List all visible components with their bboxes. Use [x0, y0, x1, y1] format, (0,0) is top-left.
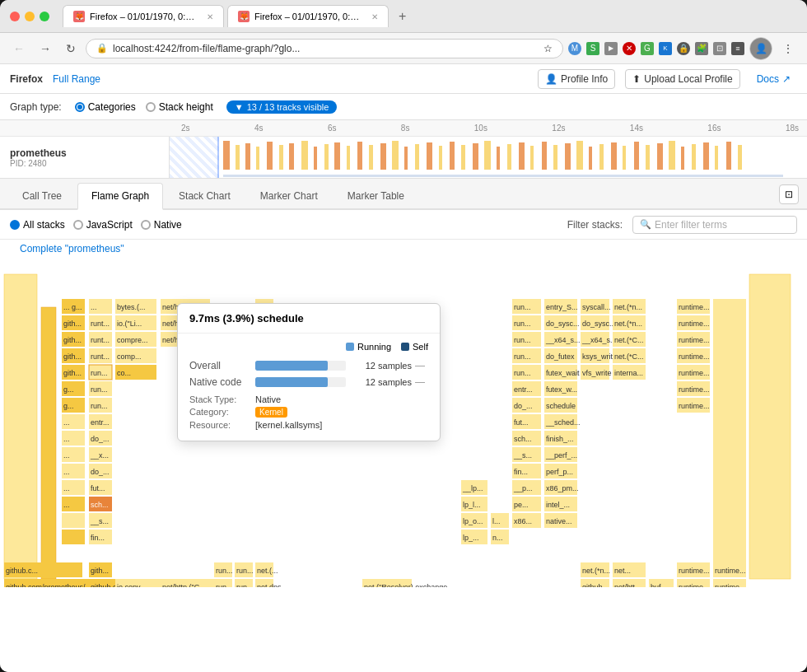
- app-toolbar: Firefox Full Range 👤 Profile Info ⬆ Uplo…: [0, 64, 807, 94]
- svg-rect-5: [279, 145, 283, 170]
- svg-rect-40: [681, 147, 684, 170]
- minimize-button[interactable]: [25, 12, 35, 21]
- browser-tab-1[interactable]: 🦊 Firefox – 01/01/1970, 0:17:03 U ✕: [63, 5, 224, 27]
- nav-icon-3[interactable]: ▶: [604, 42, 618, 55]
- nav-icon-6[interactable]: K: [659, 42, 672, 55]
- svg-rect-36: [634, 142, 639, 170]
- full-range-link[interactable]: Full Range: [53, 73, 100, 85]
- nav-icon-10[interactable]: ≡: [731, 42, 744, 55]
- svg-text:io.("Li...: io.("Li...: [117, 320, 142, 328]
- panel-sidebar-toggle[interactable]: ⊡: [779, 184, 799, 204]
- nav-icon-1[interactable]: M: [568, 42, 581, 55]
- svg-text:fut...: fut...: [514, 418, 529, 427]
- upload-profile-button[interactable]: ⬆ Upload Local Profile: [625, 69, 739, 89]
- legend-self: Self: [401, 342, 428, 352]
- tab-call-tree[interactable]: Call Tree: [8, 183, 76, 208]
- legend-running-dot: [346, 343, 354, 351]
- svg-text:net...: net...: [614, 567, 631, 575]
- tooltip-category-value: Kernel: [255, 407, 428, 418]
- nav-icon-4[interactable]: ✕: [623, 42, 636, 55]
- svg-text:run...: run...: [514, 369, 531, 377]
- svg-rect-12: [357, 142, 362, 170]
- svg-text:runtime...: runtime...: [679, 352, 710, 361]
- svg-rect-48: [41, 307, 56, 579]
- nav-icon-9[interactable]: ⊡: [713, 42, 726, 55]
- radio-native[interactable]: Native: [141, 219, 182, 231]
- svg-text:net.(*C...: net.(*C...: [614, 352, 644, 361]
- menu-button[interactable]: ⋮: [777, 39, 799, 58]
- svg-rect-47: [4, 274, 37, 579]
- svg-rect-18: [427, 142, 432, 170]
- svg-rect-44: [726, 142, 731, 170]
- svg-text:io.copy...: io.copy...: [117, 583, 146, 587]
- svg-rect-34: [611, 142, 617, 170]
- svg-text:__x...: __x...: [90, 451, 109, 460]
- svg-rect-33: [599, 144, 604, 170]
- filter-placeholder: Enter filter terms: [655, 219, 727, 231]
- tab-close-1[interactable]: ✕: [207, 12, 213, 21]
- svg-text:__x64_s...: __x64_s...: [545, 336, 581, 344]
- radio-stack-height[interactable]: Stack height: [146, 101, 213, 113]
- kernel-badge: Kernel: [255, 407, 287, 418]
- svg-rect-23: [484, 141, 491, 170]
- svg-rect-13: [369, 145, 373, 170]
- reload-button[interactable]: ↻: [61, 39, 81, 58]
- svg-rect-17: [415, 144, 419, 170]
- svg-text:run...: run...: [216, 583, 233, 587]
- radio-javascript[interactable]: JavaScript: [73, 219, 133, 231]
- close-button[interactable]: [10, 12, 20, 21]
- nav-icon-7[interactable]: 🔒: [677, 42, 690, 55]
- svg-text:run...: run...: [514, 336, 531, 344]
- tracks-badge[interactable]: ▼ 13 / 13 tracks visible: [226, 100, 338, 114]
- tab-marker-table[interactable]: Marker Table: [334, 183, 418, 208]
- tab-flame-graph[interactable]: Flame Graph: [77, 183, 163, 210]
- svg-rect-20: [450, 142, 455, 170]
- browser-tab-2[interactable]: 🦊 Firefox – 01/01/1970, 0:17:03 U ✕: [227, 5, 389, 27]
- forward-button[interactable]: →: [35, 39, 56, 58]
- svg-text:g...: g...: [63, 402, 74, 410]
- maximize-button[interactable]: [40, 12, 49, 21]
- toolbar-right: 👤 Profile Info ⬆ Upload Local Profile Do…: [538, 69, 797, 89]
- svg-text:bytes.(...: bytes.(...: [117, 303, 146, 311]
- user-avatar[interactable]: 👤: [749, 37, 772, 60]
- bookmark-icon[interactable]: ☆: [543, 43, 553, 54]
- address-bar[interactable]: 🔒 localhost:4242/from-file/flame-graph/?…: [86, 39, 563, 58]
- svg-text:net.("Resolver).exchange: net.("Resolver).exchange: [364, 583, 447, 587]
- tab-close-2[interactable]: ✕: [371, 12, 378, 21]
- svg-text:vfs_write: vfs_write: [582, 369, 612, 377]
- profile-info-button[interactable]: 👤 Profile Info: [538, 69, 615, 89]
- back-button[interactable]: ←: [8, 39, 30, 58]
- tooltip-native-bar: [255, 377, 328, 387]
- nav-icon-8[interactable]: 🧩: [695, 42, 708, 55]
- svg-text:do_sysc...: do_sysc...: [546, 320, 580, 328]
- svg-text:runtime...: runtime...: [679, 369, 710, 377]
- svg-text:lp_l...: lp_l...: [463, 501, 481, 509]
- svg-text:__lp...: __lp...: [462, 484, 483, 492]
- tab-stack-chart[interactable]: Stack Chart: [165, 183, 245, 208]
- svg-text:gith...: gith...: [63, 336, 82, 344]
- traffic-lights: [10, 12, 49, 21]
- tab-favicon-2: 🦊: [238, 11, 250, 22]
- nav-icon-2[interactable]: S: [586, 42, 599, 55]
- docs-button[interactable]: Docs ↗: [750, 70, 797, 88]
- radio-categories[interactable]: Categories: [75, 101, 136, 113]
- flame-graph-canvas[interactable]: ... ... ... ... ... ... g... g...: [0, 258, 807, 672]
- svg-rect-19: [439, 146, 442, 170]
- svg-text:__perf_...: __perf_...: [545, 451, 577, 460]
- filter-input-container[interactable]: 🔍 Enter filter terms: [632, 216, 797, 234]
- complete-link[interactable]: Complete "prometheus": [10, 240, 134, 258]
- radio-all-stacks[interactable]: All stacks: [10, 219, 65, 231]
- track-svg: [170, 137, 807, 178]
- legend-running: Running: [346, 342, 391, 352]
- new-tab-button[interactable]: +: [392, 6, 413, 27]
- flame-scroll[interactable]: ... ... ... ... ... ... g... g...: [0, 258, 807, 672]
- tab-marker-chart[interactable]: Marker Chart: [246, 183, 332, 208]
- complete-link-row: Complete "prometheus": [0, 240, 807, 258]
- svg-rect-27: [530, 146, 534, 170]
- track-graph[interactable]: [169, 137, 807, 178]
- nav-icon-5[interactable]: G: [641, 42, 654, 55]
- svg-rect-38: [657, 143, 663, 170]
- tooltip-resource-row: Resource: [kernel.kallsyms]: [189, 420, 428, 430]
- svg-rect-21: [461, 145, 465, 170]
- svg-text:comp...: comp...: [117, 352, 142, 361]
